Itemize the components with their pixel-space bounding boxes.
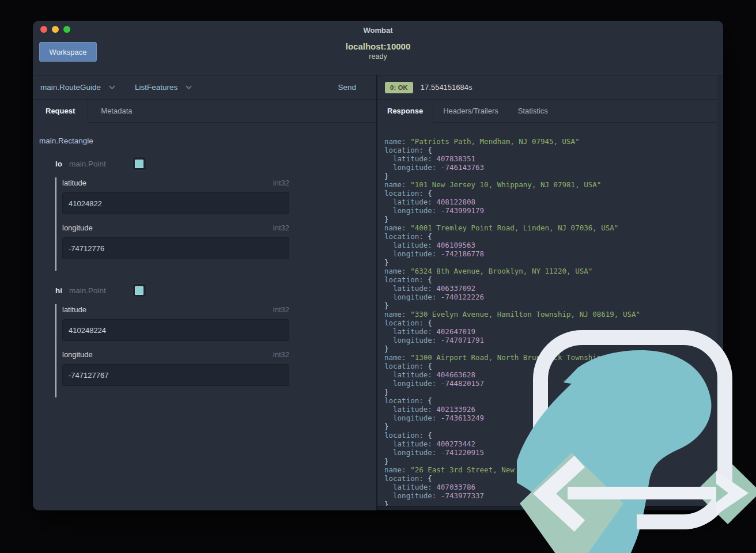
send-button[interactable]: Send [338, 83, 356, 92]
form-field: latitude int32 [62, 179, 289, 214]
field-group-header: lo main.Point [55, 157, 376, 171]
request-form: main.Rectangle lo main.Point [33, 123, 376, 397]
checkbox-checked-indicator [135, 286, 143, 295]
field-group-header: hi main.Point [55, 283, 376, 297]
server-address: localhost:10000 [33, 41, 723, 51]
field-group-lo: lo main.Point latitude int32 [55, 157, 376, 271]
method-select[interactable]: ListFeatures [135, 83, 192, 92]
service-select-value: main.RouteGuide [40, 83, 101, 92]
lo-longitude-input[interactable] [62, 237, 289, 259]
hi-longitude-input[interactable] [62, 364, 289, 386]
tab-statistics[interactable]: Statistics [508, 100, 558, 123]
message-set-checkbox[interactable] [133, 283, 146, 297]
horizontal-scrollbar-thumb[interactable] [377, 506, 533, 510]
tab-metadata[interactable]: Metadata [88, 100, 145, 123]
checkbox-checked-indicator [135, 160, 143, 168]
chevron-down-icon [186, 85, 192, 89]
response-tab-bar: Response Headers/Trailers Statistics [377, 100, 722, 123]
field-group-hi: hi main.Point latitude int32 [55, 283, 376, 397]
wombat-window: Wombat Workspace localhost:10000 ready m… [33, 21, 723, 510]
response-body: name: "Patriots Path, Mendham, NJ 07945,… [377, 123, 722, 509]
tab-headers-trailers[interactable]: Headers/Trailers [433, 100, 508, 123]
main-split: main.RouteGuide ListFeatures Send [33, 75, 723, 510]
response-viewport: name: "Patriots Path, Mendham, NJ 07945,… [377, 123, 722, 510]
field-name-label: lo [55, 160, 62, 168]
form-field: latitude int32 [62, 305, 289, 341]
desktop-background: Wombat Workspace localhost:10000 ready m… [0, 0, 756, 553]
field-name-label: hi [55, 286, 62, 295]
input-type: int32 [273, 224, 289, 232]
lo-latitude-input[interactable] [62, 192, 289, 214]
vertical-scrollbar[interactable] [717, 75, 722, 510]
duration-label: 17.554151684s [421, 83, 472, 92]
request-panel: main.RouteGuide ListFeatures Send [33, 75, 377, 510]
titlebar: Wombat [33, 21, 723, 38]
input-label: longitude [62, 224, 93, 232]
input-label: latitude [62, 305, 86, 314]
status-badge: 0: OK [385, 82, 413, 93]
input-label: latitude [62, 179, 86, 187]
input-type: int32 [273, 305, 289, 314]
field-type-label: main.Point [69, 286, 106, 295]
form-field: longitude int32 [62, 350, 289, 386]
chevron-down-icon [109, 85, 115, 89]
service-select[interactable]: main.RouteGuide [40, 83, 115, 92]
response-toolbar: 0: OK 17.554151684s [377, 75, 722, 100]
message-type-label: main.Rectangle [39, 137, 376, 145]
connection-status: ready [33, 52, 723, 60]
field-group-body: latitude int32 longitude int32 [55, 304, 376, 397]
field-type-label: main.Point [69, 160, 106, 168]
field-group-body: latitude int32 longitude int32 [55, 177, 376, 271]
tab-request[interactable]: Request [33, 100, 88, 123]
request-tab-bar: Request Metadata [33, 100, 376, 123]
tab-filler [145, 100, 377, 123]
response-panel: 0: OK 17.554151684s Response Headers/Tra… [377, 75, 722, 510]
method-select-value: ListFeatures [135, 83, 177, 92]
request-toolbar: main.RouteGuide ListFeatures Send [33, 75, 376, 100]
input-type: int32 [273, 350, 289, 359]
input-type: int32 [273, 179, 289, 187]
window-title: Wombat [33, 21, 723, 38]
app-header: Workspace localhost:10000 ready [33, 38, 723, 75]
horizontal-scrollbar[interactable] [377, 506, 722, 510]
tab-response[interactable]: Response [377, 100, 433, 123]
tab-filler [558, 100, 722, 123]
hi-latitude-input[interactable] [62, 319, 289, 341]
server-status-block: localhost:10000 ready [33, 41, 723, 60]
input-label: longitude [62, 350, 93, 359]
form-field: longitude int32 [62, 224, 289, 259]
message-set-checkbox[interactable] [133, 157, 146, 171]
